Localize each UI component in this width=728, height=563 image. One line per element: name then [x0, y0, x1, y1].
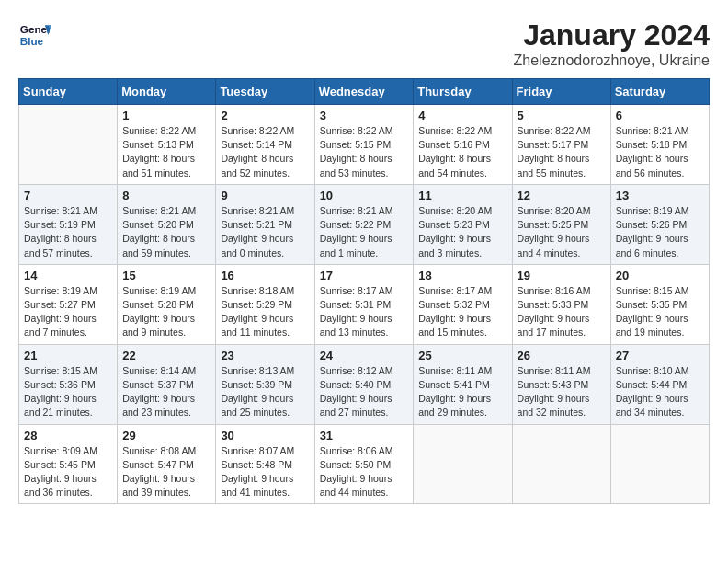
weekday-header-row: SundayMondayTuesdayWednesdayThursdayFrid…	[19, 79, 710, 105]
calendar-cell: 16Sunrise: 8:18 AM Sunset: 5:29 PM Dayli…	[216, 264, 314, 344]
day-number: 13	[616, 189, 704, 202]
day-info: Sunrise: 8:10 AM Sunset: 5:44 PM Dayligh…	[616, 364, 704, 420]
day-info: Sunrise: 8:22 AM Sunset: 5:16 PM Dayligh…	[418, 124, 506, 180]
logo-icon: General Blue	[18, 18, 51, 52]
day-number: 9	[221, 189, 309, 202]
calendar-cell: 6Sunrise: 8:21 AM Sunset: 5:18 PM Daylig…	[610, 105, 709, 185]
calendar-cell: 21Sunrise: 8:15 AM Sunset: 5:36 PM Dayli…	[19, 344, 118, 424]
week-row-5: 28Sunrise: 8:09 AM Sunset: 5:45 PM Dayli…	[19, 424, 710, 504]
day-info: Sunrise: 8:19 AM Sunset: 5:28 PM Dayligh…	[122, 284, 210, 340]
week-row-3: 14Sunrise: 8:19 AM Sunset: 5:27 PM Dayli…	[19, 264, 710, 344]
day-number: 24	[320, 349, 409, 362]
calendar-cell: 28Sunrise: 8:09 AM Sunset: 5:45 PM Dayli…	[19, 424, 118, 504]
day-info: Sunrise: 8:17 AM Sunset: 5:31 PM Dayligh…	[320, 284, 409, 340]
day-number: 18	[418, 269, 506, 282]
day-info: Sunrise: 8:21 AM Sunset: 5:18 PM Dayligh…	[616, 124, 704, 180]
day-info: Sunrise: 8:20 AM Sunset: 5:25 PM Dayligh…	[518, 204, 606, 260]
calendar-cell: 5Sunrise: 8:22 AM Sunset: 5:17 PM Daylig…	[512, 105, 610, 185]
calendar-cell: 3Sunrise: 8:22 AM Sunset: 5:15 PM Daylig…	[314, 105, 414, 185]
day-number: 27	[616, 349, 704, 362]
day-info: Sunrise: 8:15 AM Sunset: 5:35 PM Dayligh…	[616, 284, 704, 340]
day-number: 11	[418, 189, 506, 202]
day-info: Sunrise: 8:13 AM Sunset: 5:39 PM Dayligh…	[221, 364, 309, 420]
calendar-cell: 25Sunrise: 8:11 AM Sunset: 5:41 PM Dayli…	[414, 344, 512, 424]
day-number: 29	[122, 429, 210, 442]
day-info: Sunrise: 8:11 AM Sunset: 5:41 PM Dayligh…	[418, 364, 506, 420]
day-info: Sunrise: 8:11 AM Sunset: 5:43 PM Dayligh…	[518, 364, 606, 420]
day-info: Sunrise: 8:17 AM Sunset: 5:32 PM Dayligh…	[418, 284, 506, 340]
day-info: Sunrise: 8:15 AM Sunset: 5:36 PM Dayligh…	[24, 364, 112, 420]
calendar-cell: 30Sunrise: 8:07 AM Sunset: 5:48 PM Dayli…	[216, 424, 314, 504]
calendar-cell: 10Sunrise: 8:21 AM Sunset: 5:22 PM Dayli…	[314, 184, 414, 264]
calendar-table: SundayMondayTuesdayWednesdayThursdayFrid…	[18, 78, 710, 504]
day-info: Sunrise: 8:19 AM Sunset: 5:26 PM Dayligh…	[616, 204, 704, 260]
day-info: Sunrise: 8:22 AM Sunset: 5:14 PM Dayligh…	[221, 124, 309, 180]
day-number: 1	[122, 109, 210, 122]
weekday-header-tuesday: Tuesday	[216, 79, 314, 105]
day-number: 6	[616, 109, 704, 122]
calendar-cell: 29Sunrise: 8:08 AM Sunset: 5:47 PM Dayli…	[118, 424, 216, 504]
calendar-cell: 15Sunrise: 8:19 AM Sunset: 5:28 PM Dayli…	[118, 264, 216, 344]
day-number: 8	[122, 189, 210, 202]
weekday-header-friday: Friday	[512, 79, 610, 105]
calendar-cell: 18Sunrise: 8:17 AM Sunset: 5:32 PM Dayli…	[414, 264, 512, 344]
calendar-cell: 9Sunrise: 8:21 AM Sunset: 5:21 PM Daylig…	[216, 184, 314, 264]
day-info: Sunrise: 8:22 AM Sunset: 5:13 PM Dayligh…	[122, 124, 210, 180]
weekday-header-thursday: Thursday	[414, 79, 512, 105]
calendar-cell: 7Sunrise: 8:21 AM Sunset: 5:19 PM Daylig…	[19, 184, 118, 264]
week-row-4: 21Sunrise: 8:15 AM Sunset: 5:36 PM Dayli…	[19, 344, 710, 424]
location-title: Zheleznodorozhnoye, Ukraine	[514, 52, 710, 69]
day-info: Sunrise: 8:20 AM Sunset: 5:23 PM Dayligh…	[418, 204, 506, 260]
calendar-cell	[19, 105, 118, 185]
calendar-cell: 12Sunrise: 8:20 AM Sunset: 5:25 PM Dayli…	[512, 184, 610, 264]
day-info: Sunrise: 8:07 AM Sunset: 5:48 PM Dayligh…	[221, 444, 309, 500]
day-info: Sunrise: 8:19 AM Sunset: 5:27 PM Dayligh…	[24, 284, 112, 340]
calendar-cell: 24Sunrise: 8:12 AM Sunset: 5:40 PM Dayli…	[314, 344, 414, 424]
day-number: 20	[616, 269, 704, 282]
weekday-header-monday: Monday	[118, 79, 216, 105]
day-info: Sunrise: 8:21 AM Sunset: 5:20 PM Dayligh…	[122, 204, 210, 260]
calendar-cell: 22Sunrise: 8:14 AM Sunset: 5:37 PM Dayli…	[118, 344, 216, 424]
calendar-cell: 23Sunrise: 8:13 AM Sunset: 5:39 PM Dayli…	[216, 344, 314, 424]
day-number: 19	[518, 269, 606, 282]
weekday-header-sunday: Sunday	[19, 79, 118, 105]
day-info: Sunrise: 8:14 AM Sunset: 5:37 PM Dayligh…	[122, 364, 210, 420]
day-info: Sunrise: 8:21 AM Sunset: 5:22 PM Dayligh…	[320, 204, 409, 260]
page-header: General Blue January 2024 Zheleznodorozh…	[18, 18, 710, 69]
day-info: Sunrise: 8:22 AM Sunset: 5:15 PM Dayligh…	[320, 124, 409, 180]
calendar-cell: 17Sunrise: 8:17 AM Sunset: 5:31 PM Dayli…	[314, 264, 414, 344]
day-number: 22	[122, 349, 210, 362]
day-number: 12	[518, 189, 606, 202]
day-info: Sunrise: 8:09 AM Sunset: 5:45 PM Dayligh…	[24, 444, 112, 500]
day-number: 21	[24, 349, 112, 362]
calendar-cell: 2Sunrise: 8:22 AM Sunset: 5:14 PM Daylig…	[216, 105, 314, 185]
day-info: Sunrise: 8:06 AM Sunset: 5:50 PM Dayligh…	[320, 444, 409, 500]
week-row-1: 1Sunrise: 8:22 AM Sunset: 5:13 PM Daylig…	[19, 105, 710, 185]
day-number: 28	[24, 429, 112, 442]
calendar-cell: 19Sunrise: 8:16 AM Sunset: 5:33 PM Dayli…	[512, 264, 610, 344]
day-number: 15	[122, 269, 210, 282]
day-info: Sunrise: 8:21 AM Sunset: 5:21 PM Dayligh…	[221, 204, 309, 260]
calendar-cell	[414, 424, 512, 504]
day-number: 14	[24, 269, 112, 282]
weekday-header-saturday: Saturday	[610, 79, 709, 105]
day-info: Sunrise: 8:08 AM Sunset: 5:47 PM Dayligh…	[122, 444, 210, 500]
day-number: 3	[320, 109, 409, 122]
day-number: 10	[320, 189, 409, 202]
calendar-cell: 8Sunrise: 8:21 AM Sunset: 5:20 PM Daylig…	[118, 184, 216, 264]
weekday-header-wednesday: Wednesday	[314, 79, 414, 105]
calendar-cell: 31Sunrise: 8:06 AM Sunset: 5:50 PM Dayli…	[314, 424, 414, 504]
day-number: 2	[221, 109, 309, 122]
day-info: Sunrise: 8:16 AM Sunset: 5:33 PM Dayligh…	[518, 284, 606, 340]
logo: General Blue	[18, 18, 51, 52]
day-number: 26	[518, 349, 606, 362]
calendar-cell: 14Sunrise: 8:19 AM Sunset: 5:27 PM Dayli…	[19, 264, 118, 344]
title-area: January 2024 Zheleznodorozhnoye, Ukraine	[514, 18, 710, 69]
month-title: January 2024	[514, 18, 710, 52]
day-info: Sunrise: 8:22 AM Sunset: 5:17 PM Dayligh…	[518, 124, 606, 180]
calendar-cell: 1Sunrise: 8:22 AM Sunset: 5:13 PM Daylig…	[118, 105, 216, 185]
svg-text:Blue: Blue	[20, 35, 44, 47]
day-number: 17	[320, 269, 409, 282]
calendar-cell: 27Sunrise: 8:10 AM Sunset: 5:44 PM Dayli…	[610, 344, 709, 424]
day-number: 7	[24, 189, 112, 202]
